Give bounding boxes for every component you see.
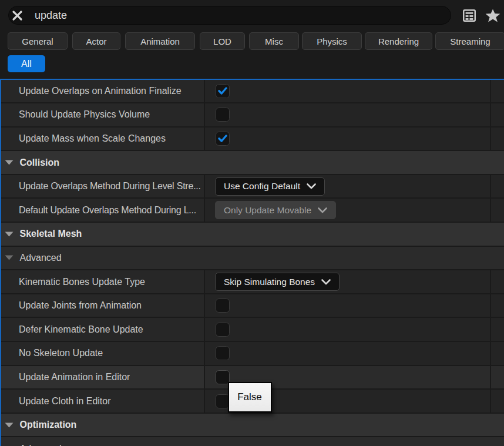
property-name-cell: Update Mass when Scale Changes	[1, 128, 205, 150]
check-mark-icon	[218, 87, 227, 95]
category-label: Collision	[20, 157, 60, 168]
property-name-cell: Update Animation in Editor	[1, 366, 205, 389]
details-view-options-button[interactable]	[463, 9, 476, 22]
category-expander-icon[interactable]	[5, 422, 14, 428]
chevron-down-icon	[318, 207, 327, 213]
filter-chip-general[interactable]: General	[8, 32, 68, 50]
property-row-update-overlaps-on-animation-finalize: Update Overlaps on Animation Finalize	[1, 80, 504, 104]
property-name-cell: Kinematic Bones Update Type	[1, 270, 205, 293]
category-row-collision[interactable]: Collision	[1, 151, 504, 175]
property-name-cell: No Skeleton Update	[1, 342, 205, 365]
checkbox-checked[interactable]	[216, 84, 230, 98]
property-row-update-joints-from-animation: Update Joints from Animation	[1, 294, 504, 318]
property-row-update-mass-when-scale-changes: Update Mass when Scale Changes	[1, 128, 504, 152]
property-name-cell: Update Overlaps Method During Level Stre…	[1, 175, 205, 198]
property-name-cell: Update Overlaps on Animation Finalize	[1, 80, 205, 103]
property-row-should-update-physics-volume: Should Update Physics Volume	[1, 103, 504, 128]
dropdown-skip-simulating-bones[interactable]: Skip Simulating Bones	[215, 273, 340, 291]
row-right-gutter	[491, 390, 504, 413]
category-label: Advanced	[20, 253, 62, 263]
property-row-default-update-overlaps-method-during-l: Default Update Overlaps Method During L.…	[1, 199, 504, 223]
row-right-gutter	[491, 199, 504, 222]
favorites-button[interactable]	[485, 9, 500, 22]
checkbox-unchecked[interactable]	[216, 323, 230, 337]
property-label: Update Cloth in Editor	[19, 396, 111, 407]
category-expander-icon[interactable]	[5, 255, 14, 260]
property-value-cell: Only Update Movable	[205, 199, 491, 222]
filter-chip-lod[interactable]: LOD	[200, 32, 245, 50]
category-expander-icon[interactable]	[5, 160, 14, 165]
property-row-update-overlaps-method-during-level-stre: Update Overlaps Method During Level Stre…	[1, 175, 504, 199]
property-label: Update Overlaps Method During Level Stre…	[19, 181, 201, 192]
dropdown-value: Only Update Movable	[224, 205, 311, 216]
property-name-cell: Default Update Overlaps Method During L.…	[1, 199, 205, 222]
property-value-cell	[205, 128, 491, 150]
property-label: Kinematic Bones Update Type	[19, 277, 145, 287]
property-label: Should Update Physics Volume	[19, 109, 150, 120]
property-label: Update Mass when Scale Changes	[19, 133, 166, 144]
property-label: No Skeleton Update	[19, 348, 103, 358]
property-value-cell	[205, 294, 491, 317]
category-label: Skeletal Mesh	[20, 229, 82, 239]
search-value: update	[35, 9, 67, 22]
check-mark-icon	[218, 135, 227, 142]
row-right-gutter	[491, 103, 504, 126]
search-input[interactable]: update	[8, 6, 451, 25]
clear-search-button[interactable]	[9, 8, 25, 23]
row-right-gutter	[491, 128, 504, 150]
property-label: Defer Kinematic Bone Update	[19, 324, 143, 335]
category-row-advanced[interactable]: Advanced	[1, 247, 504, 271]
property-value-cell	[205, 80, 491, 103]
property-value-cell	[205, 103, 491, 126]
property-value-cell: Use Config Default	[205, 175, 491, 198]
category-row-skeletal-mesh[interactable]: Skeletal Mesh	[1, 223, 504, 247]
row-right-gutter	[491, 80, 504, 103]
chevron-down-icon	[307, 183, 316, 189]
category-label: Optimization	[20, 420, 77, 430]
property-label: Update Animation in Editor	[19, 372, 130, 383]
row-right-gutter	[491, 342, 504, 365]
property-name-cell: Update Joints from Animation	[1, 294, 205, 317]
filter-chip-all[interactable]: All	[8, 55, 45, 72]
dropdown-only-update-movable: Only Update Movable	[215, 201, 336, 219]
property-name-cell: Update Cloth in Editor	[1, 390, 205, 413]
checkbox-unchecked[interactable]	[216, 108, 230, 122]
category-row-advanced[interactable]: Advanced	[1, 437, 504, 446]
favorites-star-icon	[485, 9, 500, 22]
filter-chip-physics[interactable]: Physics	[302, 32, 362, 50]
property-label: Update Joints from Animation	[19, 300, 142, 311]
tooltip: False	[228, 382, 272, 413]
filter-chip-actor[interactable]: Actor	[72, 32, 120, 50]
filter-chip-animation[interactable]: Animation	[125, 32, 195, 50]
x-close-icon	[12, 10, 23, 21]
details-panel: update GeneralActorAnimationLODMiscPhysi…	[0, 0, 504, 446]
dropdown-value: Skip Simulating Bones	[224, 277, 315, 287]
property-value-cell	[205, 318, 491, 341]
row-right-gutter	[491, 366, 504, 389]
property-value-cell	[205, 342, 491, 365]
filter-chip-misc[interactable]: Misc	[249, 32, 299, 50]
details-view-options-icon	[463, 9, 476, 22]
tooltip-text: False	[237, 391, 262, 403]
dropdown-value: Use Config Default	[224, 181, 300, 192]
category-expander-icon[interactable]	[5, 232, 14, 237]
property-name-cell: Should Update Physics Volume	[1, 103, 205, 126]
row-right-gutter	[491, 175, 504, 198]
property-row-no-skeleton-update: No Skeleton Update	[1, 342, 504, 366]
category-row-optimization[interactable]: Optimization	[1, 414, 504, 438]
checkbox-unchecked[interactable]	[216, 346, 230, 360]
checkbox-checked[interactable]	[216, 132, 230, 146]
property-label: Update Overlaps on Animation Finalize	[19, 86, 182, 96]
checkbox-unchecked[interactable]	[216, 299, 230, 313]
chevron-down-icon	[321, 279, 331, 285]
dropdown-use-config-default[interactable]: Use Config Default	[215, 177, 325, 196]
row-right-gutter	[491, 294, 504, 317]
property-label: Default Update Overlaps Method During L.…	[19, 205, 196, 216]
row-right-gutter	[491, 270, 504, 293]
filter-chip-streaming[interactable]: Streaming	[435, 32, 504, 50]
row-right-gutter	[491, 318, 504, 341]
property-value-cell: Skip Simulating Bones	[205, 270, 491, 293]
property-row-kinematic-bones-update-type: Kinematic Bones Update TypeSkip Simulati…	[1, 270, 504, 294]
property-name-cell: Defer Kinematic Bone Update	[1, 318, 205, 341]
filter-chip-rendering[interactable]: Rendering	[365, 32, 432, 50]
